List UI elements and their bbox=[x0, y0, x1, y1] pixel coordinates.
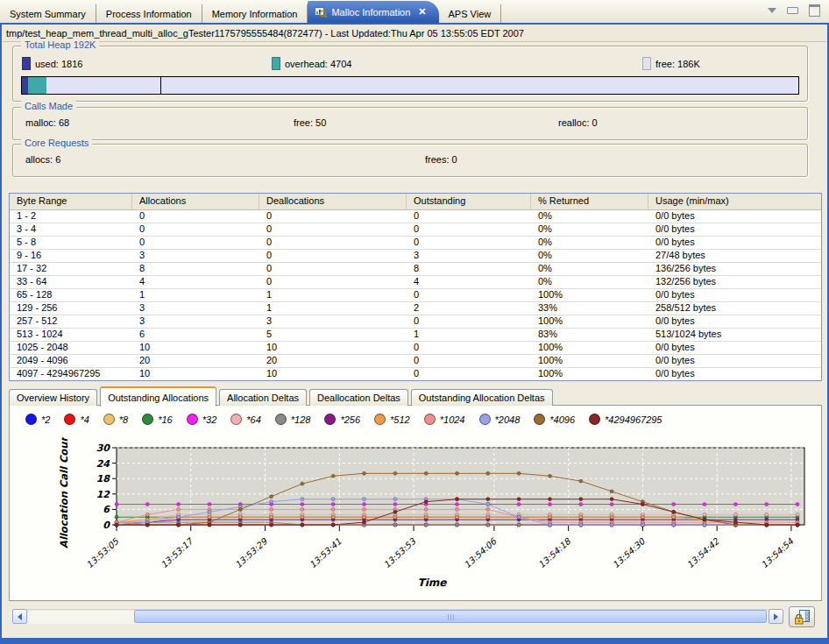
chart-tab-outstanding-allocation-deltas[interactable]: Outstanding Allocation Deltas bbox=[411, 389, 553, 406]
chart-tab-outstanding-allocations[interactable]: Outstanding Allocations bbox=[100, 386, 216, 407]
table-cell: 8 bbox=[132, 263, 259, 275]
table-cell: 0 bbox=[259, 276, 407, 288]
minimize-icon[interactable] bbox=[787, 7, 798, 14]
table-cell: 0 bbox=[132, 237, 259, 249]
table-cell: 0 bbox=[259, 210, 407, 223]
table-cell: 10 bbox=[132, 342, 259, 354]
svg-text:13:53:41: 13:53:41 bbox=[308, 536, 344, 570]
total-heap-group: Total Heap 192K used: 1816overhead: 4704… bbox=[12, 46, 808, 102]
svg-text:13:53:17: 13:53:17 bbox=[159, 535, 195, 570]
view-tabbar-tabs: System SummaryProcess InformationMemory … bbox=[0, 0, 501, 23]
chart-tab-deallocation-deltas[interactable]: Deallocation Deltas bbox=[309, 389, 408, 406]
column-header-allocations[interactable]: Allocations bbox=[132, 194, 259, 209]
table-row[interactable]: 129 - 25631233%258/512 bytes bbox=[10, 302, 821, 315]
core-frees: frees: 0 bbox=[425, 154, 457, 165]
allocation-table: Byte RangeAllocationsDeallocationsOutsta… bbox=[9, 193, 822, 381]
scroll-left-icon bbox=[18, 613, 22, 620]
legend-marker-icon bbox=[187, 414, 198, 425]
table-cell: 0/0 bytes bbox=[648, 342, 821, 354]
legend-marker-icon bbox=[275, 414, 287, 425]
table-row[interactable]: 5 - 80000%0/0 bytes bbox=[10, 237, 821, 250]
table-row[interactable]: 65 - 128110100%0/0 bytes bbox=[10, 289, 821, 302]
table-cell: 2049 - 4096 bbox=[10, 355, 132, 367]
table-cell: 3 bbox=[407, 250, 531, 262]
legend-item-4: *4 bbox=[64, 414, 89, 425]
heap-bar-divider bbox=[160, 77, 161, 94]
legend-item-32: *32 bbox=[187, 414, 217, 425]
svg-text:30: 30 bbox=[96, 442, 111, 454]
close-icon[interactable]: ✕ bbox=[418, 6, 426, 18]
column-header-byte-range[interactable]: Byte Range bbox=[10, 194, 132, 209]
view-tabbar: System SummaryProcess InformationMemory … bbox=[0, 0, 829, 23]
table-row[interactable]: 33 - 644040%132/256 bytes bbox=[10, 276, 821, 289]
table-cell: 0% bbox=[531, 276, 648, 288]
table-cell: 1025 - 2048 bbox=[10, 342, 132, 354]
calls-made-group: Calls Made malloc: 68free: 50realloc: 0 bbox=[12, 107, 808, 140]
scroll-right-button[interactable] bbox=[769, 609, 783, 624]
table-cell: 5 bbox=[259, 329, 407, 341]
legend-marker-icon bbox=[64, 414, 75, 425]
chart-panel: *2*4*8*16*32*64*128*256*512*1024*2048*40… bbox=[9, 405, 822, 601]
tab-process-information[interactable]: Process Information bbox=[96, 4, 202, 23]
tab-memory-information[interactable]: Memory Information bbox=[202, 4, 308, 23]
table-row[interactable]: 2049 - 409620200100%0/0 bytes bbox=[10, 355, 821, 368]
table-cell: 513/1024 bytes bbox=[648, 329, 821, 341]
heap-usage-bar bbox=[21, 76, 799, 95]
table-row[interactable]: 4097 - 429496729510100100%0/0 bytes bbox=[10, 368, 821, 380]
chart-tab-overview-history[interactable]: Overview History bbox=[9, 389, 97, 406]
table-row[interactable]: 3 - 40000%0/0 bytes bbox=[10, 223, 821, 237]
table-row[interactable]: 513 - 102465183%513/1024 bytes bbox=[10, 329, 821, 342]
table-cell: 83% bbox=[531, 329, 648, 341]
table-row[interactable]: 1025 - 204810100100%0/0 bytes bbox=[10, 342, 821, 355]
table-cell: 3 - 4 bbox=[10, 223, 132, 236]
svg-text:13:54:42: 13:54:42 bbox=[685, 536, 721, 570]
table-cell: 33 - 64 bbox=[10, 276, 132, 288]
table-cell: 65 - 128 bbox=[10, 289, 132, 301]
view-menu-icon[interactable] bbox=[768, 8, 776, 13]
table-row[interactable]: 9 - 163030%27/48 bytes bbox=[10, 250, 821, 263]
table-row[interactable]: 1 - 20000%0/0 bytes bbox=[10, 210, 821, 223]
tab-label: APS View bbox=[449, 9, 492, 19]
table-cell: 0 bbox=[407, 342, 531, 354]
scroll-left-button[interactable] bbox=[12, 609, 27, 624]
legend-item-8: *8 bbox=[103, 414, 128, 425]
table-cell: 100% bbox=[531, 355, 648, 367]
maximize-icon[interactable] bbox=[809, 4, 820, 17]
legend-label: *2 bbox=[41, 414, 50, 425]
legend-item-2: *2 bbox=[25, 414, 50, 425]
target-header-line: tmp/test_heap_mem_thread_multi_alloc_gTe… bbox=[3, 25, 826, 42]
table-cell: 1 bbox=[132, 289, 259, 301]
horizontal-scrollbar[interactable] bbox=[12, 609, 783, 624]
legend-marker-icon bbox=[25, 414, 37, 425]
core-allocs: allocs: 6 bbox=[25, 154, 60, 165]
tab-system-summary[interactable]: System Summary bbox=[0, 4, 96, 23]
legend-label: *1024 bbox=[440, 414, 465, 425]
scrollbar-thumb[interactable] bbox=[134, 610, 767, 623]
legend-marker-icon bbox=[103, 414, 115, 425]
table-cell: 10 bbox=[132, 368, 259, 380]
table-cell: 258/512 bytes bbox=[648, 302, 821, 315]
allocation-table-header: Byte RangeAllocationsDeallocationsOutsta… bbox=[10, 194, 821, 210]
tab-malloc-information[interactable]: Malloc Information✕ bbox=[308, 1, 438, 23]
calls-free: free: 50 bbox=[294, 117, 326, 128]
table-cell: 10 bbox=[259, 342, 407, 354]
chart-tab-allocation-deltas[interactable]: Allocation Deltas bbox=[219, 389, 307, 406]
legend-label: *4294967295 bbox=[605, 414, 662, 425]
table-row[interactable]: 257 - 512330100%0/0 bytes bbox=[10, 315, 821, 329]
lock-scroll-button[interactable] bbox=[789, 606, 815, 627]
table-cell: 3 bbox=[132, 250, 259, 262]
column-header-outstanding[interactable]: Outstanding bbox=[407, 194, 531, 209]
scrollbar-track[interactable] bbox=[27, 609, 769, 624]
svg-text:Allocation Call Counts: Allocation Call Counts bbox=[58, 437, 70, 548]
table-cell: 0 bbox=[407, 355, 531, 367]
column-header-deallocations[interactable]: Deallocations bbox=[259, 194, 407, 209]
tab-aps-view[interactable]: APS View bbox=[439, 4, 502, 23]
table-cell: 257 - 512 bbox=[10, 315, 132, 328]
svg-text:13:54:54: 13:54:54 bbox=[760, 536, 796, 570]
column-header-returned[interactable]: % Returned bbox=[531, 194, 648, 209]
heap-legend-swatch-icon bbox=[22, 57, 31, 70]
column-header-usage-min-max[interactable]: Usage (min/max) bbox=[648, 194, 821, 209]
table-row[interactable]: 17 - 328080%136/256 bytes bbox=[10, 263, 821, 276]
calls-malloc: malloc: 68 bbox=[25, 117, 69, 128]
malloc-information-view: tmp/test_heap_mem_thread_multi_alloc_gTe… bbox=[0, 23, 829, 644]
